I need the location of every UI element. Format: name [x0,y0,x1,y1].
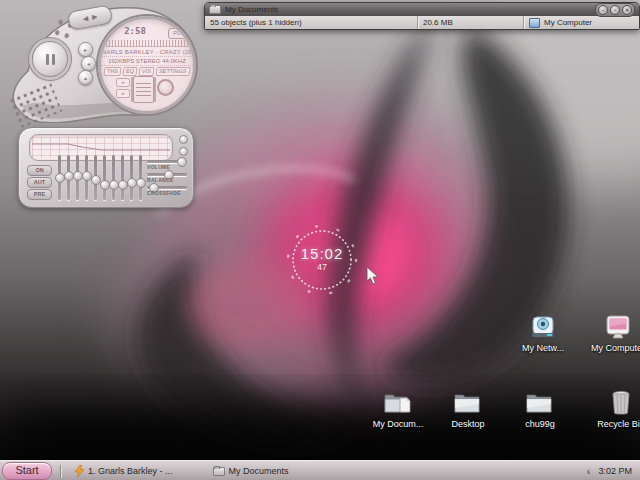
repeat-button[interactable]: « [116,89,130,98]
clock-overlay-widget: 15:02 47 [283,221,361,299]
recycle-bin-icon [592,386,640,416]
volume-label: VOLUME [147,164,170,170]
slider-knob[interactable] [177,157,187,167]
crossfade-label: CROSSFADE [147,190,181,196]
desktop-icon-my-computer[interactable]: My Computer [589,310,640,353]
desktop-folder-icon [439,386,497,416]
taskbar: Start 1. Gnarls Barkley - ... My Documen… [0,460,640,480]
my-computer-icon [589,310,640,340]
window-statusbar: 55 objects (plus 1 hidden) 20.6 MB My Co… [205,16,639,29]
forward-button[interactable]: ▶ [91,13,98,21]
my-network-places-icon [514,310,572,340]
status-size: 20.6 MB [418,16,524,29]
eq-band-slider[interactable] [58,155,61,200]
tray-clock[interactable]: 3:02 PM [598,466,632,476]
eq-band-slider[interactable] [121,155,124,200]
folder-icon [511,386,569,416]
icon-label: My Netw... [514,343,572,353]
eq-band-slider[interactable] [139,155,142,200]
crossfade-slider[interactable] [147,186,187,189]
tab-vis[interactable]: VIS [139,67,155,76]
folder-icon [209,5,221,14]
eq-band-slider[interactable] [85,155,88,200]
display-tabs: THS EQ VIS SETTINGS [101,67,193,76]
desktop-icon-my-documents[interactable]: My Docum... [369,386,427,429]
prev-track-button[interactable]: ◂ [81,56,96,71]
taskbar-separator [60,465,61,478]
my-computer-icon [529,18,540,28]
icon-label: My Computer [589,343,640,353]
window-title: My Documents [225,5,595,14]
eq-band-slider[interactable] [130,155,133,200]
desktop-icon-chu99g[interactable]: chu99g [511,386,569,429]
taskbar-task-my-documents[interactable]: My Documents [207,463,295,479]
track-info: 192KBPS STEREO 44.0KHZ [101,58,193,66]
eject-button[interactable]: ▴ [78,70,93,85]
eq-led-button-2[interactable] [179,147,188,156]
icon-label: Recycle Bin [592,419,640,429]
desktop-icon-my-network[interactable]: My Netw... [514,310,572,353]
mode-buttons: » « [116,78,128,100]
headphones-icon[interactable] [157,79,174,96]
overlay-time: 15:02 [283,245,361,262]
overlay-seconds: 47 [283,262,361,272]
next-track-button[interactable]: ▸ [78,42,93,57]
mouse-cursor [366,266,380,286]
folder-icon [213,467,225,476]
volume-slider[interactable] [147,160,187,163]
balance-label: BALANCE [147,177,174,183]
status-zone-label: My Computer [544,18,592,27]
desktop: ◀ ▶ ▸ ◂ ▴ 2:58 PL NARLS BARKLEY - CRAZY … [0,0,640,480]
tab-settings[interactable]: SETTINGS [156,67,191,76]
track-title: NARLS BARKLEY - CRAZY (26 [101,49,193,57]
track-time: 2:58 [115,26,155,36]
eq-preset-button[interactable]: PRE [27,189,52,200]
eq-band-slider[interactable] [112,155,115,200]
eq-led-button-1[interactable] [179,135,188,144]
eq-graph [29,134,173,161]
eq-band-slider[interactable] [76,155,79,200]
tab-eq[interactable]: EQ [123,67,138,76]
icon-label: chu99g [511,419,569,429]
my-documents-window: My Documents – ▫ ✕ 55 objects (plus 1 hi… [204,2,640,30]
minimize-button[interactable]: – [598,5,608,15]
eq-band-slider[interactable] [103,155,106,200]
media-player: ◀ ▶ ▸ ◂ ▴ 2:58 PL NARLS BARKLEY - CRAZY … [8,5,198,123]
eq-curve [30,135,172,160]
eq-on-button[interactable]: ON [27,165,52,176]
desktop-icon-desktop-folder[interactable]: Desktop [439,386,497,429]
window-controls: – ▫ ✕ [595,3,635,17]
shuffle-button[interactable]: » [116,78,130,87]
icon-label: My Docum... [369,419,427,429]
rewind-button[interactable]: ◀ [82,14,89,22]
pause-icon [46,54,55,65]
equalizer-window: ON AUT PRE VOLUME BALANCE CROSSFADE [18,127,194,208]
task-label: My Documents [229,466,289,476]
desktop-icon-recycle-bin[interactable]: Recycle Bin [592,386,640,429]
status-object-count: 55 objects (plus 1 hidden) [205,16,418,29]
my-documents-folder-icon [369,386,427,416]
taskbar-task-winamp[interactable]: 1. Gnarls Barkley - ... [69,463,179,479]
system-tray: ‹ 3:02 PM [587,463,640,479]
playlist-icon[interactable] [133,76,154,103]
status-zone: My Computer [524,16,639,29]
tab-ths[interactable]: THS [104,67,122,76]
winamp-icon [75,465,84,477]
eq-band-slider[interactable] [67,155,70,200]
pause-button[interactable] [32,41,68,77]
tray-chevron-button[interactable]: ‹ [587,463,591,479]
player-display: 2:58 PL NARLS BARKLEY - CRAZY (26 192KBP… [98,16,196,114]
slider-knob[interactable] [136,178,146,188]
icon-label: Desktop [439,419,497,429]
eq-band-slider[interactable] [94,155,97,200]
balance-slider[interactable] [147,173,187,176]
task-label: 1. Gnarls Barkley - ... [88,466,173,476]
window-titlebar[interactable]: My Documents – ▫ ✕ [205,3,639,16]
spectrum-analyzer [106,40,188,47]
eq-auto-button[interactable]: AUT [27,177,52,188]
start-button[interactable]: Start [2,462,52,480]
close-button[interactable]: ✕ [622,5,632,15]
maximize-button[interactable]: ▫ [610,5,620,15]
